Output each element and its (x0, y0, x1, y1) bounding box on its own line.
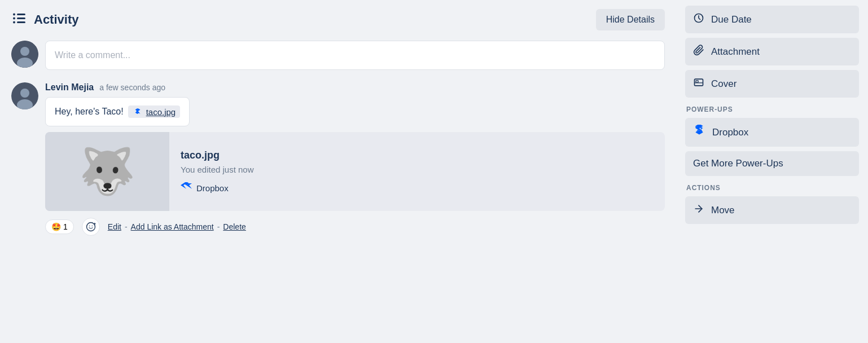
dropbox-icon (181, 182, 192, 194)
due-date-label: Due Date (711, 14, 752, 25)
svg-point-5 (13, 21, 15, 24)
page-title: Activity (34, 12, 78, 27)
svg-rect-1 (17, 17, 25, 19)
svg-point-10 (20, 89, 29, 98)
dropbox-powerup-button[interactable]: Dropbox (685, 118, 859, 147)
svg-rect-2 (17, 21, 25, 23)
attachment-thumbnail: 🐺 (45, 132, 169, 211)
cover-button[interactable]: Cover (685, 70, 859, 98)
activity-title-group: Activity (11, 11, 78, 29)
comment-placeholder: Write a comment... (55, 50, 130, 60)
action-links: Edit - Add Link as Attachment - Delete (108, 222, 246, 231)
dropbox-label: Dropbox (712, 127, 748, 138)
power-ups-title: POWER-UPS (685, 105, 859, 113)
actions-title: ACTIONS (685, 184, 859, 192)
add-reaction-button[interactable] (82, 218, 100, 236)
svg-point-13 (89, 226, 90, 227)
avatar (11, 41, 38, 68)
reaction-count: 1 (63, 222, 68, 231)
attachment-card: 🐺 taco.jpg You edited just now Dropbox (45, 132, 665, 211)
svg-point-7 (20, 47, 29, 56)
attachment-name: taco.jpg (181, 149, 254, 161)
activity-header: Activity Hide Details (11, 9, 665, 30)
due-date-button[interactable]: Due Date (685, 6, 859, 33)
entry-content: Levin Mejia a few seconds ago Hey, here'… (45, 82, 665, 237)
source-label: Dropbox (196, 183, 229, 193)
paperclip-icon (693, 45, 704, 59)
get-more-label: Get More Power-Ups (693, 158, 783, 169)
move-label: Move (711, 205, 735, 216)
reaction-bar: 🤩 1 Edit - Add Link a (45, 218, 665, 236)
entry-author: Levin Mejia (45, 82, 94, 93)
entry-avatar (11, 82, 38, 109)
sep-1: - (125, 222, 128, 231)
activity-entry: Levin Mejia a few seconds ago Hey, here'… (11, 82, 665, 237)
dropbox-file-link[interactable]: taco.jpg (128, 105, 181, 118)
edit-link[interactable]: Edit (108, 222, 121, 231)
comment-row: Write a comment... (11, 41, 665, 70)
sep-2: - (217, 222, 220, 231)
attachment-button[interactable]: Attachment (685, 38, 859, 65)
clock-icon (693, 12, 704, 27)
image-icon (693, 77, 704, 91)
svg-point-3 (13, 14, 15, 16)
entry-meta: Levin Mejia a few seconds ago (45, 82, 665, 93)
svg-rect-0 (17, 14, 25, 15)
comment-input[interactable]: Write a comment... (45, 41, 665, 70)
reaction-badge[interactable]: 🤩 1 (45, 219, 74, 234)
get-more-powerups-button[interactable]: Get More Power-Ups (685, 151, 859, 176)
svg-point-4 (13, 17, 15, 20)
attachment-status: You edited just now (181, 165, 254, 174)
attachment-source: Dropbox (181, 182, 254, 194)
file-link-name: taco.jpg (146, 107, 176, 117)
entry-time: a few seconds ago (99, 83, 165, 92)
hide-details-button[interactable]: Hide Details (596, 9, 665, 30)
dropbox-sidebar-icon (693, 125, 705, 140)
move-button[interactable]: Move (685, 196, 859, 224)
arrow-right-icon (693, 203, 704, 217)
comment-bubble-text: Hey, here's Taco! (55, 107, 124, 117)
add-link-attachment[interactable]: Add Link as Attachment (131, 222, 214, 231)
attachment-label: Attachment (711, 46, 760, 58)
cover-label: Cover (711, 78, 737, 90)
svg-rect-20 (696, 81, 698, 82)
attachment-info: taco.jpg You edited just now Dropbox (169, 132, 265, 211)
sidebar: Due Date Attachment Cover POWER-UPS (676, 0, 868, 343)
reaction-emoji: 🤩 (51, 222, 61, 231)
delete-link[interactable]: Delete (223, 222, 246, 231)
svg-point-14 (91, 226, 93, 227)
list-icon (11, 11, 27, 29)
comment-bubble: Hey, here's Taco! taco.jpg (45, 97, 190, 126)
